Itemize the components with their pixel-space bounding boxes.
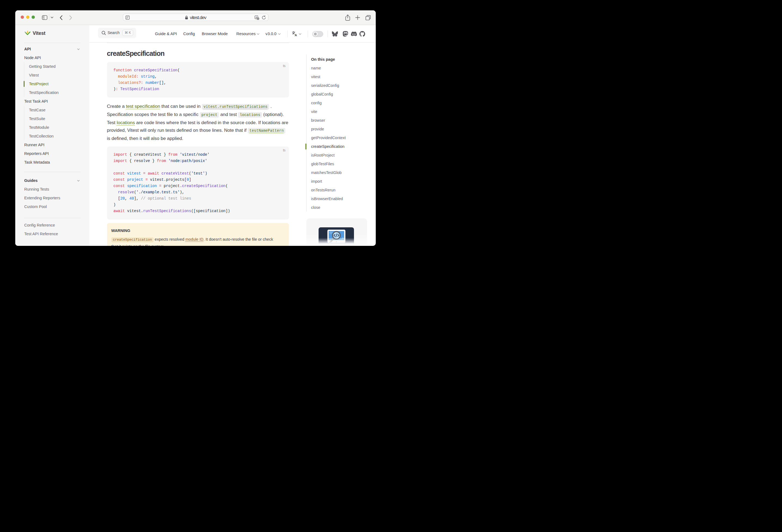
svg-text:文: 文 <box>257 17 259 19</box>
